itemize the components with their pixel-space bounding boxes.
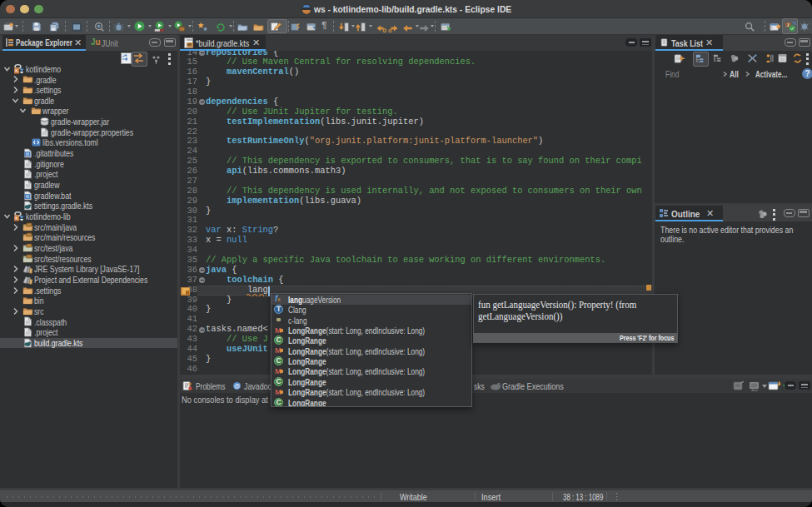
svg-text:K: K bbox=[15, 68, 18, 73]
svg-text:J: J bbox=[787, 22, 790, 27]
svg-text:K: K bbox=[15, 216, 18, 221]
